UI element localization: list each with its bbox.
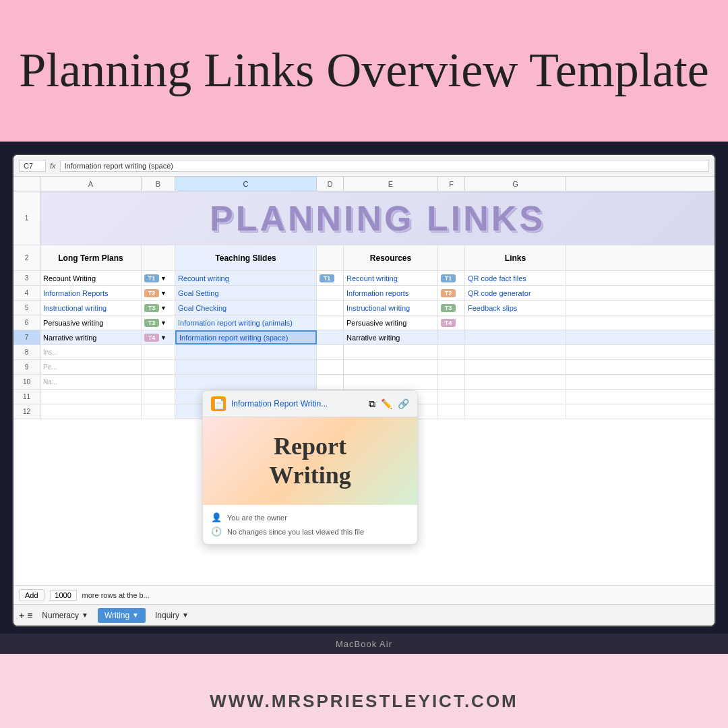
cell-g10 [465,375,566,389]
cell-g4[interactable]: QR code generator [465,286,566,300]
cell-c7[interactable]: Information report writing (space) [175,330,317,344]
cell-e9 [344,360,438,374]
col-header-f: F [438,177,465,191]
cell-g3[interactable]: QR code fact files [465,271,566,285]
add-row-bar: Add more rows at the b... [13,585,715,604]
cell-c5[interactable]: Goal Checking [175,301,317,315]
table-row: 3 Recount Writing T1▼ Recount writing T1… [13,271,715,286]
cell-d7 [317,330,344,344]
table-row: 6 Persuasive writing T3▼ Information rep… [13,315,715,330]
cell-c4[interactable]: Goal Setting [175,286,317,300]
tooltip-link-text[interactable]: Information Report Writin... [231,399,363,408]
tooltip-popup: 📄 Information Report Writin... ⧉ ✏️ 🔗 Re… [202,390,418,545]
cell-a7: Narrative writing [40,330,142,344]
cell-a3: Recount Writing [40,271,142,285]
header-long-term-plans: Long Term Plans [40,245,142,270]
tab-inquiry-label: Inquiry [155,611,179,620]
row-num-2: 2 [13,245,40,270]
tab-writing-label: Writing [104,611,129,620]
menu-icon[interactable]: ≡ [27,610,32,621]
tab-writing[interactable]: Writing ▼ [98,608,146,623]
changes-text: No changes since you last viewed this fi… [227,528,364,536]
top-banner: Planning Links Overview Template [0,0,728,142]
plus-icon[interactable]: + [19,610,24,621]
row-num: 12 [13,404,40,419]
cell-f12 [438,404,465,419]
cell-e7: Narrative writing [344,330,438,344]
cell-e6: Persuasive writing [344,315,438,330]
cell-d3: T1 [317,271,344,285]
toolbar: C7 fx Information report writing (space) [13,155,715,177]
macbook-label: MacBook Air [336,639,392,649]
tooltip-footer: 👤 You are the owner 🕐 No changes since y… [203,505,417,544]
cell-b4: T2▼ [142,286,175,300]
cell-g12 [465,404,566,419]
cell-b7: T4▼ [142,330,175,344]
row-num: 7 [13,330,40,344]
cell-d5 [317,301,344,315]
cell-c6[interactable]: Information report writing (animals) [175,315,317,330]
cell-c3[interactable]: Recount writing [175,271,317,285]
table-row: 8 Ins... [13,345,715,360]
cell-a4[interactable]: Information Reports [40,286,142,300]
tab-writing-arrow: ▼ [132,611,139,619]
row-num: 9 [13,360,40,374]
cell-f11 [438,390,465,404]
cell-e3[interactable]: Recount writing [344,271,438,285]
cell-a6: Persuasive writing [40,315,142,330]
table-row: 9 Pe... [13,360,715,375]
cell-f8 [438,345,465,359]
add-button[interactable]: Add [19,589,44,601]
owner-text: You are the owner [227,514,287,522]
clock-icon: 🕐 [211,526,222,537]
tooltip-preview: Report Writing [203,417,417,505]
table-row: 4 Information Reports T2▼ Goal Setting I… [13,286,715,301]
cell-f5: T3 [438,301,465,315]
cell-a5[interactable]: Instructional writing [40,301,142,315]
edit-icon[interactable]: ✏️ [381,398,392,410]
cell-f6: T4 [438,315,465,330]
formula-bar[interactable]: Information report writing (space) [60,160,709,172]
rows-input[interactable] [50,590,77,601]
cell-d4 [317,286,344,300]
add-row-suffix: more rows at the b... [82,591,150,599]
cell-f3: T1 [438,271,465,285]
bottom-bar: + ≡ Numeracy ▼ Writing ▼ Inquiry ▼ [13,604,715,626]
planning-links-cell: PLANNING LINKS [40,191,715,245]
cell-d9 [317,360,344,374]
header-teaching-slides: Teaching Slides [175,245,317,270]
cell-g6 [465,315,566,330]
cell-d10 [317,375,344,389]
row-num: 6 [13,315,40,330]
cell-e4[interactable]: Information reports [344,286,438,300]
planning-links-row: 1 PLANNING LINKS [13,191,715,245]
row-num-1: 1 [13,191,40,245]
cell-c9 [175,360,317,374]
chain-icon[interactable]: 🔗 [398,398,409,410]
corner-cell [13,177,40,191]
cell-g5[interactable]: Feedback slips [465,301,566,315]
planning-links-title: PLANNING LINKS [40,191,715,245]
footer-url: WWW.MRSPRIESTLEYICT.COM [210,691,518,712]
col-header-g: G [465,177,566,191]
cell-b12 [142,404,175,419]
cell-b9 [142,360,175,374]
row-num: 4 [13,286,40,300]
col-header-a: A [40,177,142,191]
col-header-e: E [344,177,438,191]
row-num: 8 [13,345,40,359]
tooltip-doc-icon: 📄 [211,396,226,411]
banner-title: Planning Links Overview Template [19,44,708,97]
sheet-rows: 1 PLANNING LINKS 2 Long Term Plans Teach… [13,191,715,585]
tab-numeracy[interactable]: Numeracy ▼ [35,608,95,623]
screen: C7 fx Information report writing (space)… [12,154,716,627]
fx-label: fx [50,162,56,170]
tab-inquiry[interactable]: Inquiry ▼ [148,608,195,623]
copy-icon[interactable]: ⧉ [369,398,375,410]
row-num: 11 [13,390,40,404]
row-num: 10 [13,375,40,389]
cell-e5[interactable]: Instructional writing [344,301,438,315]
cell-d6 [317,315,344,330]
tooltip-actions: ⧉ ✏️ 🔗 [369,398,409,410]
cell-b3: T1▼ [142,271,175,285]
